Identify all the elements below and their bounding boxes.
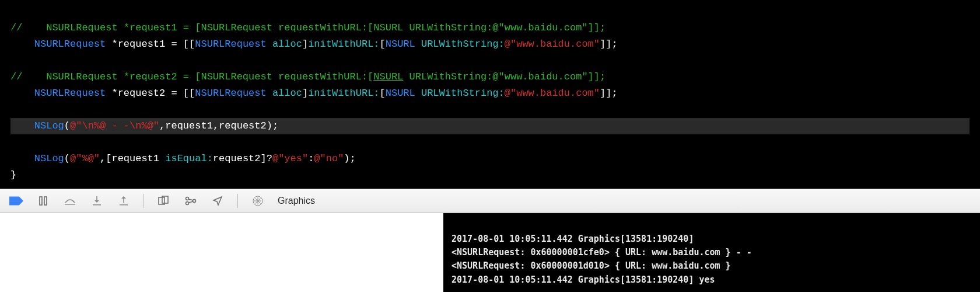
code-line: NSURLRequest *request1 = [[NSURLRequest … [10,39,618,50]
code-line: // NSURLRequest *request2 = [NSURLReques… [10,71,606,82]
code-line: } [10,169,16,180]
code-line: // NSURLRequest *request1 = [NSURLReques… [10,22,606,33]
breakpoint-indicator-icon[interactable] [9,194,23,207]
code-line-highlighted: NSLog(@"\n%@ - -\n%@",request1,request2)… [10,118,970,134]
view-debugger-icon[interactable] [157,194,171,207]
svg-rect-4 [120,204,128,206]
code-line: NSLog(@"%@",[request1 isEqual:request2]?… [10,153,356,164]
bottom-area: 2017-08-01 10:05:11.442 Graphics[13581:1… [0,213,980,292]
console-line: <NSURLRequest: 0x60000001cfe0> { URL: ww… [452,247,752,258]
type-name: NSURLRequest [34,39,106,50]
symbol-link[interactable]: NSURL [373,71,403,82]
svg-rect-3 [93,204,101,206]
pause-icon[interactable] [36,194,50,207]
step-over-icon[interactable] [63,194,77,207]
svg-point-8 [186,201,189,204]
svg-rect-2 [65,204,75,205]
console-output[interactable]: 2017-08-01 10:05:11.442 Graphics[13581:1… [443,213,980,292]
step-into-icon[interactable] [90,194,104,207]
debug-toolbar: Graphics [0,189,980,213]
console-line: 2017-08-01 10:05:11.442 Graphics[13581:1… [452,274,715,285]
step-out-icon[interactable] [117,194,131,207]
process-icon[interactable] [251,194,265,207]
variables-panel[interactable] [0,213,443,292]
console-line: <NSURLRequest: 0x60000001d010> { URL: ww… [452,260,731,271]
memory-graph-icon[interactable] [184,194,198,207]
process-name-label[interactable]: Graphics [278,196,315,206]
location-icon[interactable] [211,194,225,207]
separator [237,194,238,208]
code-editor[interactable]: // NSURLRequest *request1 = [NSURLReques… [0,0,980,189]
comment-text: // NSURLRequest *request1 = [NSURLReques… [10,22,606,33]
svg-point-9 [193,199,196,202]
svg-point-7 [186,197,189,200]
svg-rect-1 [44,197,47,205]
code-line: NSURLRequest *request2 = [[NSURLRequest … [10,88,618,99]
svg-rect-0 [40,197,42,205]
console-line: 2017-08-01 10:05:11.442 Graphics[13581:1… [452,234,694,244]
separator [144,194,144,208]
